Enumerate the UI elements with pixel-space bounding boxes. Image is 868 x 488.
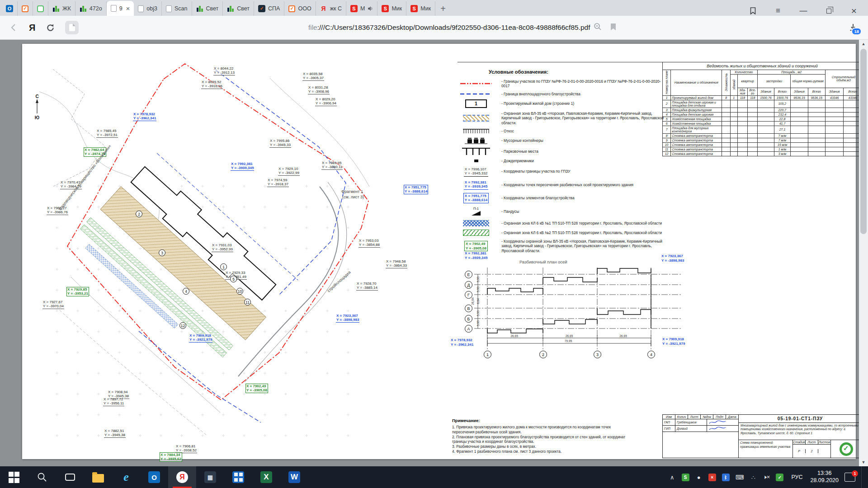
- word-icon: W: [288, 471, 300, 483]
- pdf-viewer: С Ю X = 8044,22Y = -3912,13X = 8039,52Y …: [0, 40, 868, 466]
- url-text[interactable]: file:///C:/Users/18367326/Desktop/Downlo…: [308, 23, 590, 32]
- coordinate-label: X = 7995,86Y = -3945,33: [269, 139, 291, 148]
- taskbar-app-excel[interactable]: X: [252, 466, 280, 488]
- browser-tab[interactable]: ✓СПА: [254, 1, 284, 16]
- coordinate-label: X = 7902,49Y = -3905,08: [245, 384, 268, 393]
- browser-tab[interactable]: ✓: [18, 1, 33, 16]
- checkbox-orange-icon: ✓: [288, 5, 295, 12]
- vertical-scrollbar[interactable]: ▲ ▼: [859, 40, 868, 466]
- scroll-down-icon[interactable]: ▼: [859, 458, 868, 466]
- taskbar-app-search[interactable]: [28, 466, 56, 488]
- axis-dimension: 5.00: [476, 286, 480, 292]
- browser-tab[interactable]: ЖК: [48, 1, 75, 16]
- taskbar-app-word[interactable]: W: [280, 466, 308, 488]
- notification-center-icon[interactable]: 1: [844, 473, 855, 482]
- network-icon[interactable]: ⸫: [750, 473, 757, 482]
- kl1-zone-symbol: [463, 220, 489, 226]
- title-block-column: Лист: [688, 415, 701, 419]
- sber-icon: S: [382, 5, 389, 12]
- task-view-icon: [65, 474, 75, 481]
- yandex-logo[interactable]: Я: [29, 23, 35, 33]
- document-icon: [111, 5, 117, 12]
- legend-item-text: - Откос: [501, 129, 514, 133]
- scrollbar-thumb[interactable]: [860, 49, 867, 234]
- minimize-button[interactable]: —: [798, 6, 808, 16]
- app-circle-icon[interactable]: ●: [695, 473, 703, 482]
- axis-layout-plan: Разбивочный план осей: [443, 249, 696, 371]
- menu-icon[interactable]: ≡: [773, 6, 783, 16]
- taskbar-app-tiles[interactable]: [224, 466, 252, 488]
- boundary-blue-line-symbol: [460, 93, 492, 95]
- scroll-up-icon[interactable]: ▲: [859, 40, 868, 48]
- bookmark-icon[interactable]: [610, 23, 617, 33]
- axis-dimension: 26,65: [620, 334, 627, 338]
- title-block-column: Дата: [726, 415, 738, 419]
- browser-tab[interactable]: O: [2, 1, 18, 16]
- axis-dimension-total: 26,64: [471, 297, 474, 305]
- ramp-symbol: П-1: [471, 206, 481, 217]
- bluetooth-icon[interactable]: ᛒ: [722, 474, 730, 481]
- legend-item: - Охранная зона ВЛ-35 кВ «Норская, Павло…: [456, 111, 664, 125]
- browser-tab[interactable]: Яжк С: [316, 1, 346, 16]
- document-icon: [166, 5, 172, 12]
- red-app-icon[interactable]: ×: [708, 474, 716, 481]
- zoom-out-icon[interactable]: [594, 23, 602, 33]
- show-desktop-button[interactable]: [861, 466, 864, 488]
- plan-position-number: 4: [183, 288, 189, 295]
- browser-tab[interactable]: Свет: [223, 1, 254, 16]
- taskbar-app-folder[interactable]: [84, 466, 112, 488]
- axis-label: Е: [465, 271, 472, 278]
- coordinate-label: X = 7992,381Y = -3939,345: [231, 162, 254, 171]
- coordinate-label: X = 8029,20Y = -3906,94: [315, 97, 337, 106]
- page-icon[interactable]: [65, 21, 79, 34]
- tab-audio-icon[interactable]: [368, 6, 373, 11]
- close-button[interactable]: ×: [849, 6, 859, 16]
- browser-tab[interactable]: SМик: [377, 1, 406, 16]
- antivirus-icon[interactable]: S: [682, 474, 689, 481]
- taskbar-app-taskview[interactable]: [56, 466, 84, 488]
- taskbar-app-yandex[interactable]: Я: [168, 466, 196, 488]
- taskbar-app-start[interactable]: [0, 466, 28, 488]
- taskbar-clock[interactable]: 13:36 28.09.2020: [810, 470, 839, 484]
- sber-icon: S: [350, 5, 358, 12]
- axis-label: 3: [594, 351, 601, 358]
- legend-item: - Охранная зона КЛ 6 кВ №1 ТП 510-ТП 528…: [456, 220, 664, 226]
- new-tab-button[interactable]: +: [435, 1, 451, 16]
- collections-flag-icon[interactable]: [748, 6, 758, 16]
- tab-title: 9: [119, 5, 123, 12]
- reload-icon[interactable]: [44, 22, 56, 33]
- browser-tab[interactable]: SМик: [406, 1, 435, 16]
- language-indicator[interactable]: РУС: [789, 474, 804, 480]
- browser-tab[interactable]: Свет: [192, 1, 223, 16]
- browser-tab[interactable]: 9×: [107, 1, 134, 16]
- back-icon[interactable]: [8, 22, 20, 33]
- browser-tab[interactable]: SМ: [346, 1, 377, 16]
- sber-tray-icon[interactable]: ✓: [776, 474, 783, 481]
- tab-close-icon[interactable]: ×: [126, 5, 130, 12]
- yandex-icon: Я: [320, 5, 327, 12]
- browser-tab[interactable]: Scan: [162, 1, 192, 16]
- axis-corner-coordinate: X = 7992,381Y = -3939,345: [465, 251, 487, 260]
- keyboard-icon[interactable]: ⌨: [736, 473, 744, 482]
- taskbar-app-calc[interactable]: ▦: [196, 466, 224, 488]
- axis-label: Д: [465, 281, 472, 289]
- coordinate-label: X = 7968,27Y = -3986,76: [47, 206, 68, 215]
- volume-muted-icon[interactable]: 🕨×: [763, 473, 770, 482]
- taskbar-app-outlook[interactable]: O: [140, 466, 168, 488]
- tab-title: СПА: [268, 5, 280, 12]
- coordinate-label: X = 7884,34Y = -3935,62: [160, 452, 182, 462]
- plan-position-number: 3: [159, 249, 165, 256]
- sberbank-logo: [840, 442, 853, 456]
- hidden-icons-chevron[interactable]: ∧: [669, 473, 676, 482]
- slope-symbol: [463, 128, 489, 134]
- browser-tab[interactable]: 472о: [75, 1, 107, 16]
- plan-position-number: 1: [220, 263, 227, 270]
- browser-tab[interactable]: [33, 1, 48, 16]
- taskbar-app-ie[interactable]: e: [112, 466, 140, 488]
- downloads-icon[interactable]: 18: [846, 21, 860, 34]
- coordinate-label: X = 7929,85Y = -3953,21: [66, 287, 89, 296]
- note-line: 1. Привязка проектируемого жилого дома к…: [452, 425, 634, 435]
- browser-tab[interactable]: ✓ООО: [284, 1, 316, 16]
- restore-button[interactable]: [824, 6, 834, 16]
- browser-tab[interactable]: obj3: [134, 1, 162, 16]
